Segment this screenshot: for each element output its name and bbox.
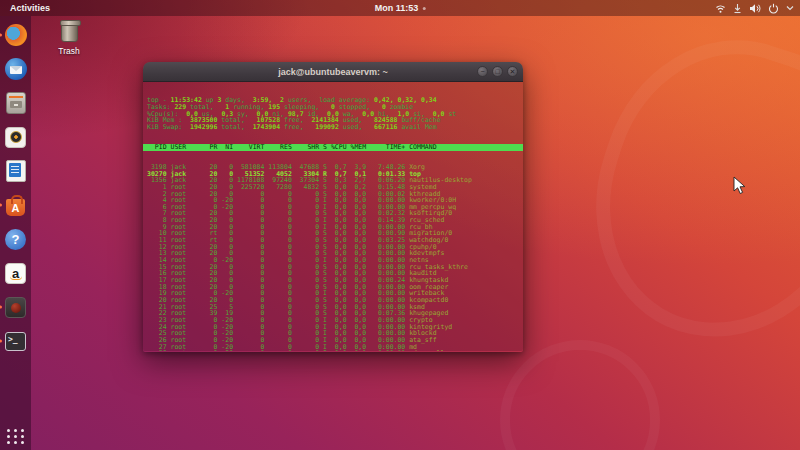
wallpaper-swirl [500, 340, 660, 450]
thunderbird-icon [5, 58, 27, 80]
clock-label: Mon 11:53 [375, 3, 419, 13]
maximize-button[interactable]: □ [492, 66, 503, 77]
summary-line: KiB Swap: 1942996 total, 1743904 free, 1… [143, 124, 523, 131]
ubuntu-software-icon: A [6, 199, 25, 216]
dock-item-libreoffice-writer[interactable] [4, 159, 28, 183]
trash-label: Trash [52, 46, 86, 56]
dock-item-terminal[interactable]: >_ [4, 329, 28, 353]
minimize-button[interactable]: − [477, 66, 488, 77]
caret-down-icon[interactable] [786, 5, 794, 11]
terminal-title: jack@ubuntubeavervm: ~ [278, 67, 388, 77]
system-tray[interactable] [715, 0, 794, 16]
power-icon[interactable] [768, 3, 779, 14]
trash-desktop-icon[interactable]: Trash [52, 22, 86, 56]
dark-app-icon [5, 297, 26, 318]
rhythmbox-icon [5, 127, 26, 148]
process-table-header: PID USER PR NI VIRT RES SHR S %CPU %MEM … [143, 144, 523, 151]
wallpaper-swirl [560, 7, 800, 373]
firefox-icon [5, 24, 27, 46]
clock-button[interactable]: Mon 11:53 [375, 3, 426, 13]
top-summary: top - 11:53:42 up 3 days, 3:59, 2 users,… [143, 97, 523, 130]
running-indicator [0, 340, 2, 343]
process-row: 28 root 0 -20 0 0 0 I 0,0 0,0 0:00.00 ed… [143, 350, 523, 351]
dock-item-thunderbird[interactable] [4, 57, 28, 81]
mouse-cursor [733, 176, 746, 199]
top-bar: Activities Mon 11:53 [0, 0, 800, 16]
running-indicator [0, 306, 2, 309]
running-indicator [0, 204, 2, 207]
dock-item-amazon[interactable]: a [4, 261, 28, 285]
dock-item-files[interactable] [4, 91, 28, 115]
libreoffice-writer-icon [6, 160, 26, 182]
dock-item-rhythmbox[interactable] [4, 125, 28, 149]
notification-dot-icon [422, 7, 425, 10]
running-indicator [0, 34, 2, 37]
input-method-icon[interactable] [733, 3, 742, 14]
trash-icon [61, 22, 78, 42]
terminal-window: jack@ubuntubeavervm: ~ − □ ✕ top - 11:53… [143, 62, 523, 352]
help-icon: ? [5, 229, 26, 250]
dock-item-firefox[interactable] [4, 23, 28, 47]
window-controls: − □ ✕ [477, 66, 518, 77]
dock: A ? a >_ [0, 16, 31, 450]
process-rows: 3198 jack 20 0 581084 113804 47688 S 0,7… [143, 164, 523, 351]
close-button[interactable]: ✕ [507, 66, 518, 77]
dock-item-help[interactable]: ? [4, 227, 28, 251]
amazon-icon: a [5, 263, 26, 284]
files-icon [6, 92, 26, 114]
activities-button[interactable]: Activities [0, 0, 60, 16]
dock-item-dark-app[interactable] [4, 295, 28, 319]
terminal-icon: >_ [5, 332, 26, 351]
volume-icon[interactable] [749, 3, 761, 14]
network-icon[interactable] [715, 3, 726, 14]
show-applications-button[interactable] [7, 429, 25, 444]
terminal-titlebar[interactable]: jack@ubuntubeavervm: ~ − □ ✕ [143, 62, 523, 82]
terminal-body[interactable]: top - 11:53:42 up 3 days, 3:59, 2 users,… [143, 82, 523, 351]
dock-item-ubuntu-software[interactable]: A [4, 193, 28, 217]
